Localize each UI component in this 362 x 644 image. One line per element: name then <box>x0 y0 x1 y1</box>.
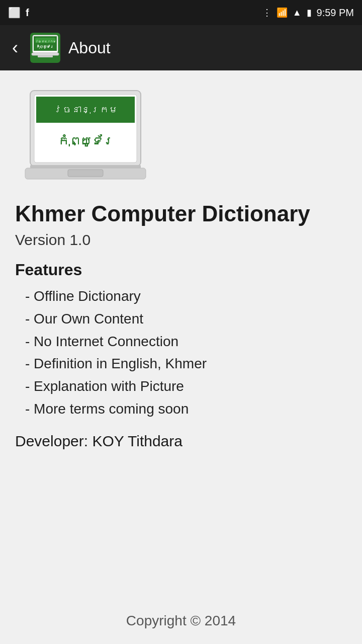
feature-item-3: - No Internet Connection <box>25 331 347 353</box>
facebook-icon: f <box>26 7 29 19</box>
developer-text: Developer: KOY Tithdara <box>15 433 347 450</box>
feature-item-2: - Our Own Content <box>25 308 347 331</box>
features-list: - Offline Dictionary - Our Own Content -… <box>25 285 347 421</box>
back-icon: ‹ <box>12 37 18 58</box>
app-title: Khmer Computer Dictionary <box>15 201 347 226</box>
svg-text:កុំព្យូទ័រ: កុំព្យូទ័រ <box>37 44 54 49</box>
svg-rect-16 <box>68 170 103 177</box>
svg-text:វចនានុក្រម: វចនានុក្រម <box>35 40 56 43</box>
main-content: វចនានុក្រម កុំព្យូទ័រ Khmer Computer Dic… <box>0 70 362 598</box>
app-icon: វចនានុក្រម កុំព្យូទ័រ <box>30 33 60 63</box>
version-text: Version 1.0 <box>15 231 347 249</box>
svg-text:វចនានុក្រម: វចនានុក្រម <box>53 105 118 115</box>
toolbar: ‹ វចនានុក្រម កុំព្យូទ័រ About <box>0 25 362 70</box>
battery-icon: ▮ <box>307 7 312 18</box>
bluetooth-icon: ⋮ <box>262 7 272 18</box>
svg-rect-5 <box>32 53 59 55</box>
feature-item-1: - Offline Dictionary <box>25 285 347 308</box>
toolbar-title: About <box>68 39 111 57</box>
status-bar-right: ⋮ 📶 ▲ ▮ 9:59 PM <box>262 7 354 19</box>
app-logo: វចនានុក្រម កុំព្យូទ័រ <box>20 86 151 186</box>
features-title: Features <box>15 261 347 279</box>
signal-icon: ▲ <box>293 8 302 18</box>
copyright-text: Copyright © 2014 <box>126 613 236 628</box>
status-time: 9:59 PM <box>317 7 354 19</box>
svg-rect-6 <box>38 55 53 57</box>
status-bar-left: ⬜ f <box>8 7 29 19</box>
logo-container: វចនានុក្រម កុំព្យូទ័រ <box>20 86 347 186</box>
status-bar: ⬜ f ⋮ 📶 ▲ ▮ 9:59 PM <box>0 0 362 25</box>
screenshot-icon: ⬜ <box>8 7 21 19</box>
footer: Copyright © 2014 <box>0 598 362 644</box>
wifi-icon: 📶 <box>277 7 288 18</box>
back-button[interactable]: ‹ <box>8 33 22 62</box>
feature-item-5: - Explanation with Picture <box>25 375 347 398</box>
feature-item-6: - More terms coming soon <box>25 398 347 421</box>
feature-item-4: - Definition in English, Khmer <box>25 353 347 375</box>
svg-text:កុំព្យូទ័រ: កុំព្យូទ័រ <box>58 134 114 147</box>
